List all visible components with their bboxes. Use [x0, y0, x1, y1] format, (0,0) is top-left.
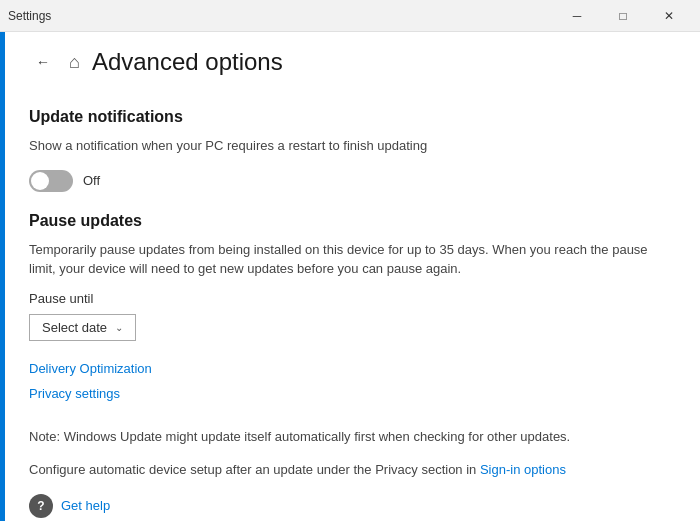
maximize-button[interactable]: □ [600, 0, 646, 32]
chevron-down-icon: ⌄ [115, 322, 123, 333]
notifications-toggle[interactable] [29, 170, 73, 192]
spacer [29, 411, 676, 427]
update-notifications-desc: Show a notification when your PC require… [29, 136, 676, 156]
toggle-label: Off [83, 173, 100, 188]
note2: Configure automatic device setup after a… [29, 460, 676, 480]
titlebar-controls: ─ □ ✕ [554, 0, 692, 32]
titlebar: Settings ─ □ ✕ [0, 0, 700, 32]
titlebar-left: Settings [8, 9, 51, 23]
settings-title: Settings [8, 9, 51, 23]
content-area: ← ⌂ Advanced options Update notification… [5, 32, 700, 521]
help-row: ? Get help [29, 494, 676, 518]
select-date-button[interactable]: Select date ⌄ [29, 314, 136, 341]
home-icon: ⌂ [69, 52, 80, 73]
privacy-settings-link[interactable]: Privacy settings [29, 386, 676, 401]
minimize-button[interactable]: ─ [554, 0, 600, 32]
back-button[interactable]: ← [29, 48, 57, 76]
delivery-optimization-link[interactable]: Delivery Optimization [29, 361, 676, 376]
update-notifications-title: Update notifications [29, 108, 676, 126]
note1: Note: Windows Update might update itself… [29, 427, 676, 447]
note2-prefix: Configure automatic device setup after a… [29, 462, 480, 477]
pause-updates-title: Pause updates [29, 212, 676, 230]
toggle-knob [31, 172, 49, 190]
pause-until-label: Pause until [29, 291, 676, 306]
help-icon: ? [29, 494, 53, 518]
help-icon-label: ? [37, 499, 44, 513]
back-icon: ← [36, 54, 50, 70]
page-title: Advanced options [92, 48, 283, 76]
sign-in-options-link[interactable]: Sign-in options [480, 462, 566, 477]
header-row: ← ⌂ Advanced options [29, 32, 676, 88]
toggle-row: Off [29, 170, 676, 192]
select-date-label: Select date [42, 320, 107, 335]
pause-updates-desc: Temporarily pause updates from being ins… [29, 240, 676, 279]
get-help-link[interactable]: Get help [61, 498, 110, 513]
close-button[interactable]: ✕ [646, 0, 692, 32]
app-body: ← ⌂ Advanced options Update notification… [0, 32, 700, 521]
